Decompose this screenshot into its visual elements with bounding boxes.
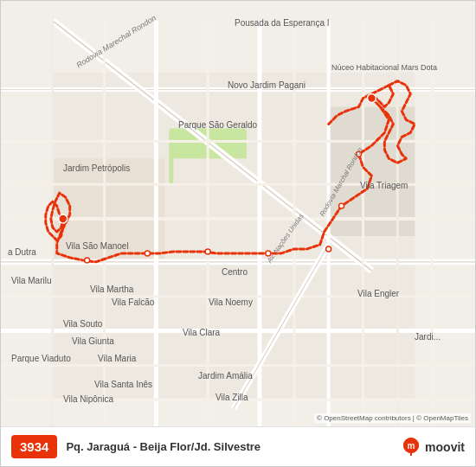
svg-point-32 xyxy=(59,214,68,223)
moovit-brand-text: moovit xyxy=(425,440,465,454)
route-number-badge: 3934 xyxy=(11,435,57,458)
svg-point-38 xyxy=(357,151,362,157)
moovit-icon: m xyxy=(401,437,421,457)
svg-point-33 xyxy=(326,246,331,252)
svg-text:m: m xyxy=(408,441,415,451)
svg-point-39 xyxy=(339,203,344,208)
bottom-bar: 3934 Pq. Jaraguá - Beija Flor/Jd. Silves… xyxy=(1,426,475,466)
map-attribution: © OpenStreetMap contributors | © OpenMap… xyxy=(314,413,471,423)
svg-rect-5 xyxy=(329,107,415,236)
svg-point-34 xyxy=(266,251,271,256)
svg-point-37 xyxy=(85,258,90,263)
route-name-label: Pq. Jaraguá - Beija Flor/Jd. Silvestre xyxy=(66,440,392,453)
moovit-logo: m moovit xyxy=(401,437,465,457)
map-container: Rodovia Marechal Rondon Pousada da Esper… xyxy=(1,1,475,466)
map-svg xyxy=(1,1,475,466)
svg-point-36 xyxy=(145,251,150,256)
svg-point-31 xyxy=(367,94,376,103)
svg-point-35 xyxy=(205,249,210,254)
app: Rodovia Marechal Rondon Pousada da Esper… xyxy=(0,0,476,467)
